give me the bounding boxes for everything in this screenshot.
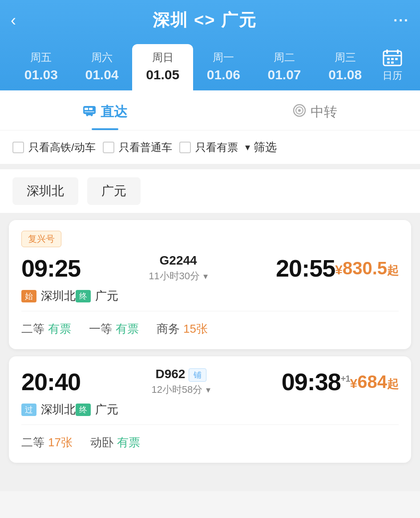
to-station: 终 广元: [76, 402, 118, 417]
filter-label-1: 只看普通车: [119, 140, 172, 155]
filter-item-1[interactable]: 只看普通车: [103, 140, 172, 155]
svg-point-14: [86, 114, 88, 116]
day-date: 01.06: [207, 67, 240, 82]
tab-label: 中转: [311, 103, 337, 121]
date-tab-0106[interactable]: 周一 01.06: [193, 44, 254, 90]
day-date: 01.07: [267, 67, 301, 82]
duration-arrow-icon: ▾: [206, 384, 210, 395]
day-name: 周三: [335, 50, 356, 65]
train-number-wrap: G2244: [160, 253, 197, 269]
day-name: 周日: [152, 50, 174, 65]
station-bar: 深圳北 广元: [0, 169, 420, 213]
main-content: 直达中转 只看高铁/动车只看普通车只看有票▾筛选 深圳北 广元 复兴号 09:2…: [0, 90, 420, 491]
from-station: 过 深圳北: [21, 402, 76, 417]
calendar-icon: [383, 49, 402, 66]
svg-rect-8: [391, 61, 394, 64]
card-divider: [21, 424, 399, 425]
train-number: G2244: [160, 253, 197, 268]
svg-rect-12: [85, 111, 94, 112]
header: ‹ 深圳 <> 广元 ··· 周五 01.03 周六 01.04 周日 01.0…: [0, 0, 420, 90]
date-tab-0103[interactable]: 周五 01.03: [11, 44, 72, 90]
svg-rect-2: [397, 49, 399, 54]
date-tabs: 周五 01.03 周六 01.04 周日 01.05 周一 01.06 周二 0…: [11, 42, 409, 90]
svg-rect-6: [395, 58, 398, 60]
filter-checkbox-0[interactable]: [12, 142, 24, 153]
train-tag: 复兴号: [21, 231, 61, 247]
filter-bar: 只看高铁/动车只看普通车只看有票▾筛选: [0, 130, 420, 164]
berth-tag: 铺: [189, 368, 206, 382]
price-suffix: 起: [387, 377, 399, 391]
seat-item-0: 二等 有票: [21, 321, 71, 337]
from-badge: 始: [21, 290, 36, 302]
price-suffix: 起: [387, 264, 399, 277]
seat-item-1: 一等 有票: [89, 321, 139, 337]
filter-label-0: 只看高铁/动车: [28, 140, 96, 155]
to-badge: 终: [76, 404, 91, 416]
seat-status: 有票: [48, 321, 71, 337]
seat-class: 二等: [21, 435, 44, 450]
to-station-name: 广元: [95, 288, 118, 304]
tab-label: 直达: [101, 103, 127, 121]
to-station-button[interactable]: 广元: [87, 177, 141, 205]
day-date: 01.03: [24, 67, 58, 82]
svg-rect-7: [387, 61, 390, 64]
date-tab-0104[interactable]: 周六 01.04: [72, 44, 133, 90]
seat-item-1: 动卧 有票: [90, 435, 140, 450]
day-date: 01.05: [146, 67, 179, 82]
duration-arrow-icon: ▾: [203, 271, 208, 281]
seat-status: 有票: [116, 321, 139, 337]
depart-time: 09:25: [21, 254, 81, 282]
svg-rect-1: [386, 49, 388, 54]
date-tab-0108[interactable]: 周三 01.08: [315, 44, 376, 90]
duration-row: 12小时58分 ▾: [151, 383, 210, 396]
train-number-wrap: D962 铺: [155, 367, 206, 383]
seat-item-2: 商务 15张: [157, 321, 208, 337]
seat-class: 商务: [157, 321, 180, 337]
from-station: 始 深圳北: [21, 288, 76, 304]
card-divider: [21, 311, 399, 311]
svg-rect-5: [391, 58, 394, 60]
date-tab-0105[interactable]: 周日 01.05: [132, 44, 193, 90]
train-station-row: 过 深圳北 终 广元: [21, 402, 399, 417]
tab-icon: [293, 104, 306, 120]
price-yen: ¥: [350, 376, 358, 391]
depart-time: 20:40: [21, 368, 81, 396]
header-top: ‹ 深圳 <> 广元 ···: [11, 9, 409, 32]
filter-funnel-button[interactable]: ▾筛选: [245, 139, 277, 155]
seat-class: 二等: [21, 321, 44, 337]
day-date: 01.08: [328, 67, 362, 82]
train-list: 复兴号 09:25 G2244 11小时30分 ▾ 20:55 ¥830.5起 …: [0, 220, 420, 463]
back-button[interactable]: ‹: [11, 12, 16, 29]
from-station-name: 深圳北: [41, 288, 76, 304]
filter-item-0[interactable]: 只看高铁/动车: [12, 140, 96, 155]
tab-icon: [83, 105, 96, 119]
filter-label-2: 只看有票: [195, 140, 238, 155]
day-date: 01.04: [85, 67, 118, 82]
filter-item-2[interactable]: 只看有票: [179, 140, 238, 155]
from-badge: 过: [21, 404, 36, 416]
date-tab-0107[interactable]: 周二 01.07: [254, 44, 315, 90]
seat-class: 动卧: [90, 435, 113, 450]
seat-item-0: 二等 17张: [21, 435, 73, 450]
tab-transfer[interactable]: 中转: [210, 90, 420, 130]
tab-direct[interactable]: 直达: [0, 90, 210, 130]
svg-rect-11: [89, 108, 93, 110]
train-card-0[interactable]: 复兴号 09:25 G2244 11小时30分 ▾ 20:55 ¥830.5起 …: [9, 220, 411, 349]
from-station-name: 深圳北: [41, 402, 76, 417]
train-number: D962: [155, 367, 185, 381]
train-card-1[interactable]: 20:40 D962 铺 12小时58分 ▾ 09:38+1 ¥684起 过 深…: [9, 356, 411, 463]
more-button[interactable]: ···: [393, 12, 409, 29]
day-name: 周二: [274, 50, 295, 65]
train-center-wrap: G2244 11小时30分 ▾: [89, 253, 267, 283]
day-name: 周一: [213, 50, 234, 65]
duration-row: 11小时30分 ▾: [149, 269, 208, 283]
seat-row: 二等 有票 一等 有票 商务 15张: [21, 318, 399, 340]
svg-point-18: [298, 109, 301, 112]
from-station-button[interactable]: 深圳北: [12, 177, 78, 205]
page-title: 深圳 <> 广元: [153, 9, 257, 32]
filter-checkbox-2[interactable]: [179, 142, 191, 153]
arrive-time: 20:55: [276, 254, 335, 282]
calendar-button[interactable]: 日历: [376, 42, 409, 90]
filter-checkbox-1[interactable]: [103, 142, 114, 153]
train-duration: 12小时58分: [151, 383, 202, 396]
